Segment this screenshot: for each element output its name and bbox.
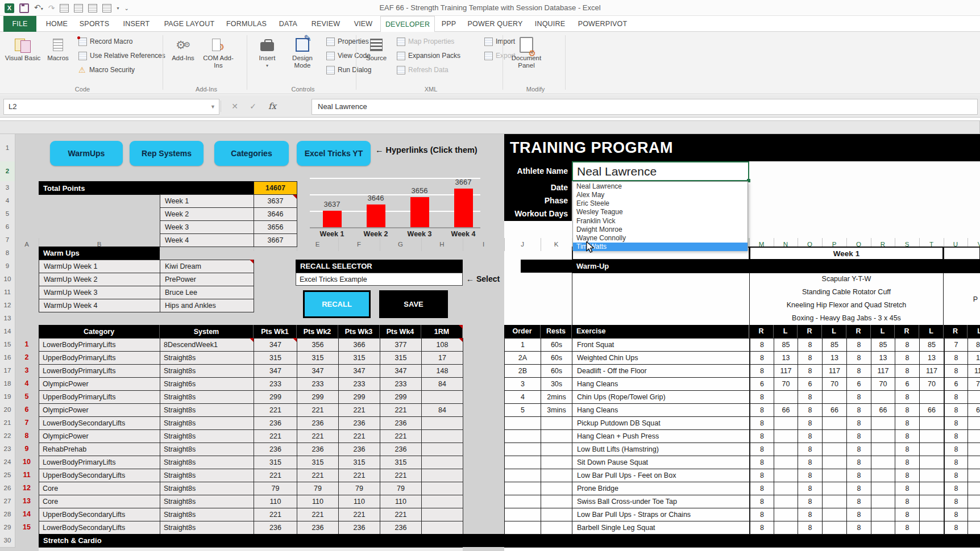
qat-tool-icon[interactable] [74, 4, 83, 12]
one-rm-cell[interactable] [421, 469, 463, 482]
insert-control-button[interactable]: Insert▾ [252, 35, 282, 69]
points-cell[interactable]: 79 [380, 482, 422, 495]
rep-load-cell[interactable] [871, 443, 895, 456]
rep-load-cell[interactable] [774, 469, 798, 482]
undo-icon[interactable]: ↶▾ [34, 1, 43, 15]
source-button[interactable]: Source [362, 35, 391, 62]
athlete-dropdown-item[interactable]: Neal Lawrence [573, 182, 748, 190]
tab-home[interactable]: HOME [41, 16, 73, 32]
tab-data[interactable]: DATA [272, 16, 304, 32]
points-cell[interactable]: 315 [380, 351, 422, 365]
rep-load-cell[interactable] [967, 390, 980, 404]
exercise-name-cell[interactable]: Swiss Ball Cross-under Toe Tap [572, 495, 750, 508]
points-cell[interactable]: 236 [338, 521, 380, 535]
points-cell[interactable]: 299 [338, 390, 380, 404]
rep-load-cell[interactable]: 8 [798, 403, 823, 417]
rep-load-cell[interactable]: 87 [967, 338, 980, 352]
rep-load-cell[interactable] [871, 416, 895, 430]
tab-sports[interactable]: SPORTS [74, 16, 115, 32]
athlete-dropdown-item[interactable]: Dwight Monroe [573, 225, 748, 233]
rests-cell[interactable]: 60s [541, 338, 572, 352]
system-cell[interactable]: Straight8s [160, 495, 254, 508]
rests-cell[interactable] [541, 495, 572, 508]
insert-function-icon[interactable]: fx [265, 99, 280, 114]
rests-cell[interactable] [541, 416, 572, 430]
category-cell[interactable]: OlympicPower [39, 429, 160, 443]
points-cell[interactable]: 236 [297, 443, 339, 456]
system-cell[interactable]: Straight8s [160, 521, 254, 535]
points-cell[interactable]: 347 [254, 364, 297, 378]
points-cell[interactable]: 236 [380, 416, 422, 430]
rep-load-cell[interactable] [967, 508, 980, 521]
qat-table-icon[interactable] [88, 4, 97, 12]
save-button[interactable]: SAVE [379, 290, 448, 318]
points-cell[interactable]: 221 [254, 508, 297, 521]
rep-load-cell[interactable] [822, 495, 847, 508]
one-rm-cell[interactable]: 108 [421, 338, 463, 352]
rests-cell[interactable] [541, 521, 572, 535]
athlete-dropdown-item[interactable]: Wesley Teague [573, 208, 748, 216]
tab-ppp[interactable]: PPP [435, 16, 463, 32]
category-cell[interactable]: OlympicPower [39, 403, 160, 417]
rep-load-cell[interactable]: 8 [749, 482, 774, 495]
rep-load-cell[interactable]: 8 [846, 482, 871, 495]
order-cell[interactable] [504, 495, 541, 508]
rep-load-cell[interactable] [822, 416, 847, 430]
rep-load-cell[interactable]: 8 [895, 495, 920, 508]
design-mode-button[interactable]: Design Mode [284, 35, 321, 69]
rep-load-cell[interactable]: 8 [846, 429, 871, 443]
rep-load-cell[interactable]: 8 [798, 508, 823, 521]
row-header-2[interactable]: 2 [0, 161, 15, 182]
row-header-7[interactable]: 7 [0, 233, 15, 247]
row-header-9[interactable]: 9 [0, 260, 15, 273]
save-icon[interactable] [19, 3, 29, 13]
points-cell[interactable]: 221 [380, 469, 422, 482]
rep-load-cell[interactable]: 70 [822, 377, 847, 391]
row-header-22[interactable]: 22 [0, 429, 15, 443]
rep-load-cell[interactable]: 8 [944, 469, 968, 482]
order-cell[interactable] [504, 508, 541, 521]
rep-load-cell[interactable]: 8 [749, 338, 774, 352]
category-cell[interactable]: UpperBodyPrimaryLifts [39, 351, 160, 365]
rep-load-cell[interactable]: 8 [895, 456, 920, 469]
points-cell[interactable]: 377 [380, 338, 422, 352]
rep-load-cell[interactable] [871, 482, 895, 495]
expansion-packs-item[interactable]: Expansion Packs [397, 49, 460, 62]
order-cell[interactable] [504, 482, 541, 495]
macros-button[interactable]: Macros [43, 35, 73, 62]
rep-load-cell[interactable]: 8 [846, 390, 871, 404]
rep-load-cell[interactable] [967, 521, 980, 535]
points-cell[interactable]: 347 [338, 364, 380, 378]
athlete-dropdown-item[interactable]: Wayne Connolly [573, 234, 748, 243]
rep-load-cell[interactable]: 8 [944, 508, 968, 521]
rep-load-cell[interactable]: 8 [798, 521, 823, 535]
rep-load-cell[interactable] [822, 521, 847, 535]
macro-security-item[interactable]: ⚠Macro Security [78, 64, 135, 76]
rep-load-cell[interactable]: 8 [895, 390, 920, 404]
points-cell[interactable]: 221 [297, 403, 339, 417]
points-cell[interactable]: 221 [380, 429, 422, 443]
points-cell[interactable]: 79 [297, 482, 339, 495]
exercise-name-cell[interactable]: Hang Clean + Push Press [572, 429, 750, 443]
rep-load-cell[interactable]: 117 [822, 364, 847, 378]
athlete-dropdown-item[interactable]: Alex May [573, 190, 748, 199]
rep-load-cell[interactable]: 117 [919, 364, 944, 378]
tab-file[interactable]: FILE [3, 16, 36, 32]
points-cell[interactable]: 221 [380, 403, 422, 417]
column-header-E[interactable]: E [297, 238, 339, 251]
exercise-name-cell[interactable]: Deadlift - Off the Floor [572, 364, 750, 378]
order-cell[interactable] [504, 521, 541, 535]
column-header-A[interactable]: A [15, 238, 39, 251]
rep-load-cell[interactable] [774, 416, 798, 430]
rep-load-cell[interactable] [871, 508, 895, 521]
tab-insert[interactable]: INSERT [116, 16, 157, 32]
points-cell[interactable]: 236 [254, 416, 297, 430]
rep-load-cell[interactable] [871, 521, 895, 535]
points-cell[interactable]: 347 [380, 364, 422, 378]
hyperlink-button-rep-systems[interactable]: Rep Systems [130, 141, 204, 166]
exercise-name-cell[interactable]: Weighted Chin Ups [572, 351, 750, 365]
points-cell[interactable]: 221 [338, 429, 380, 443]
rep-load-cell[interactable]: 8 [944, 482, 968, 495]
rep-load-cell[interactable]: 8 [895, 338, 920, 352]
system-cell[interactable]: Straight8s [160, 482, 254, 495]
